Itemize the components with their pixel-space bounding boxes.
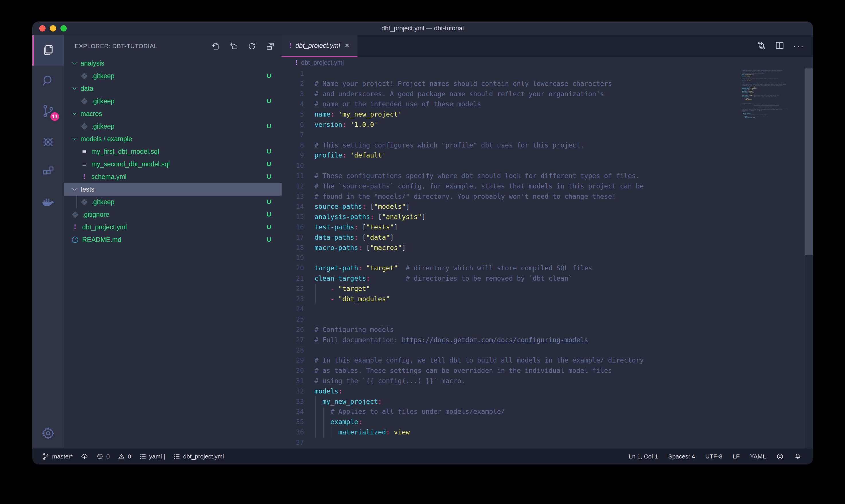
- editor-toolbar: ···: [748, 35, 813, 57]
- split-editor-button[interactable]: [775, 41, 785, 52]
- status-item-notifications[interactable]: [794, 453, 802, 460]
- status-item-feedback[interactable]: [776, 453, 784, 460]
- line-number: 33: [282, 397, 304, 407]
- tree-item-dbt-project-yml[interactable]: !dbt_project.ymlU: [64, 221, 282, 233]
- tree-item-label: .gitkeep: [91, 97, 267, 105]
- indent-guide: [323, 417, 324, 427]
- tree-item--gitkeep[interactable]: .gitkeepU: [64, 120, 282, 132]
- tree-item-readme-md[interactable]: iREADME.mdU: [64, 233, 282, 246]
- tabbar-empty-space: [358, 35, 748, 57]
- yaml-file-icon: !: [83, 173, 85, 181]
- status-item-encoding[interactable]: UTF-8: [705, 453, 722, 460]
- breadcrumb[interactable]: ! dbt_project.yml: [282, 57, 813, 69]
- tree-item-tests[interactable]: tests: [64, 183, 282, 196]
- git-file-icon: [81, 123, 88, 130]
- status-item-warnings[interactable]: 0: [118, 453, 131, 460]
- code-line: analysis-paths: ["analysis"]: [314, 212, 738, 222]
- tree-item--gitkeep[interactable]: .gitkeepU: [64, 95, 282, 107]
- activity-item-explorer[interactable]: [32, 35, 64, 66]
- status-item-sync[interactable]: [81, 453, 88, 460]
- git-file-icon: [81, 98, 88, 105]
- tree-item-label: .gitkeep: [91, 72, 267, 80]
- split-icon: [775, 41, 785, 50]
- tree-item-label: analysis: [80, 59, 271, 67]
- status-item-label: 0: [106, 453, 110, 460]
- tree-item--gitignore[interactable]: .gitignoreU: [64, 208, 282, 221]
- code-line: [314, 253, 738, 263]
- tree-item--gitkeep[interactable]: .gitkeepU: [64, 70, 282, 82]
- tree-item-analysis[interactable]: analysis: [64, 57, 282, 70]
- activity-item-settings[interactable]: [32, 418, 64, 448]
- status-item-label: YAML: [750, 453, 766, 460]
- new-folder-button[interactable]: [227, 40, 240, 52]
- tree-item-models-example[interactable]: models / example: [64, 132, 282, 145]
- smiley-icon: [776, 453, 784, 460]
- tree-item-schema-yml[interactable]: !schema.ymlU: [64, 170, 282, 183]
- chevron-down-icon: [71, 135, 78, 143]
- minimap[interactable]: # Name your project! Project names shoul…: [742, 69, 805, 448]
- git-untracked-badge: U: [267, 198, 271, 205]
- code-line: # These configurations specify where dbt…: [314, 171, 738, 181]
- status-item-dbt-status[interactable]: dbt_project.yml: [173, 453, 224, 460]
- status-item-indentation[interactable]: Spaces: 4: [668, 453, 695, 460]
- zoom-window-button[interactable]: [60, 25, 67, 32]
- code-line: # Configuring models: [314, 325, 738, 335]
- line-number: 15: [282, 212, 304, 222]
- line-number: 11: [282, 171, 304, 181]
- minimize-window-button[interactable]: [50, 25, 56, 32]
- new-file-button[interactable]: [209, 40, 221, 52]
- chevron-down-icon: [71, 185, 78, 193]
- collapse-all-button[interactable]: [264, 40, 276, 52]
- more-actions-button[interactable]: ···: [793, 41, 804, 51]
- open-changes-button[interactable]: [756, 41, 766, 52]
- new-folder-icon: [229, 42, 238, 51]
- refresh-button[interactable]: [246, 40, 258, 52]
- tree-item-my-second-dbt-model-sql[interactable]: ≡my_second_dbt_model.sqlU: [64, 158, 282, 170]
- line-number: 30: [282, 366, 304, 376]
- status-item-language-status[interactable]: yaml |: [139, 453, 165, 460]
- code-line: [742, 118, 802, 120]
- line-number: 28: [282, 345, 304, 356]
- activity-item-source-control[interactable]: 11: [32, 96, 64, 126]
- tree-item--gitkeep[interactable]: .gitkeepU: [64, 196, 282, 208]
- line-number: 6: [282, 120, 304, 130]
- git-file-icon: [81, 72, 88, 79]
- status-item-cursor-position[interactable]: Ln 1, Col 1: [629, 453, 658, 460]
- status-item-errors[interactable]: 0: [96, 453, 110, 460]
- line-number: 19: [282, 253, 304, 263]
- activity-item-extensions[interactable]: [32, 157, 64, 187]
- git-untracked-badge: U: [267, 223, 271, 231]
- explorer-header: EXPLORER: DBT-TUTORIAL: [64, 35, 282, 57]
- explorer-sidebar: EXPLORER: DBT-TUTORIAL analysis.gitkeepU…: [64, 35, 282, 448]
- git-untracked-badge: U: [267, 173, 271, 180]
- tab-dbt-project-yml[interactable]: ! dbt_project.yml ×: [282, 35, 358, 57]
- activity-item-docker[interactable]: [32, 187, 64, 217]
- close-tab-icon[interactable]: ×: [344, 41, 350, 50]
- code-line: test-paths: ["tests"]: [314, 222, 738, 233]
- activity-item-search[interactable]: [32, 66, 64, 96]
- git-untracked-badge: U: [267, 123, 271, 130]
- status-item-git-branch[interactable]: master*: [42, 453, 73, 460]
- editor-main: ! dbt_project.yml 1234567891011121314151…: [282, 57, 813, 448]
- tree-item-data[interactable]: data: [64, 82, 282, 95]
- line-number: 7: [282, 130, 304, 140]
- status-item-language-mode[interactable]: YAML: [750, 453, 766, 460]
- editor-surface[interactable]: 1234567891011121314151617181920212223242…: [282, 69, 813, 448]
- status-item-eol[interactable]: LF: [733, 453, 740, 460]
- code-line: # using the `{{ config(...) }}` macro.: [314, 376, 738, 386]
- git-untracked-badge: U: [267, 236, 271, 244]
- activity-item-debug[interactable]: [32, 126, 64, 157]
- code-line: # Applies to all files under models/exam…: [314, 407, 738, 417]
- code-line: [314, 69, 738, 79]
- tree-item-my-first-dbt-model-sql[interactable]: ≡my_first_dbt_model.sqlU: [64, 145, 282, 158]
- line-number: 2: [282, 79, 304, 89]
- checklist-icon: [139, 453, 147, 460]
- sql-file-icon: ≡: [82, 147, 86, 156]
- scrollbar-slider[interactable]: [805, 69, 813, 255]
- status-item-label: yaml |: [149, 453, 165, 460]
- close-window-button[interactable]: [39, 25, 46, 32]
- editor-scrollbar: [805, 69, 813, 448]
- tree-item-macros[interactable]: macros: [64, 107, 282, 120]
- gear-icon: [41, 426, 55, 440]
- code-line: - "dbt_modules": [314, 294, 738, 304]
